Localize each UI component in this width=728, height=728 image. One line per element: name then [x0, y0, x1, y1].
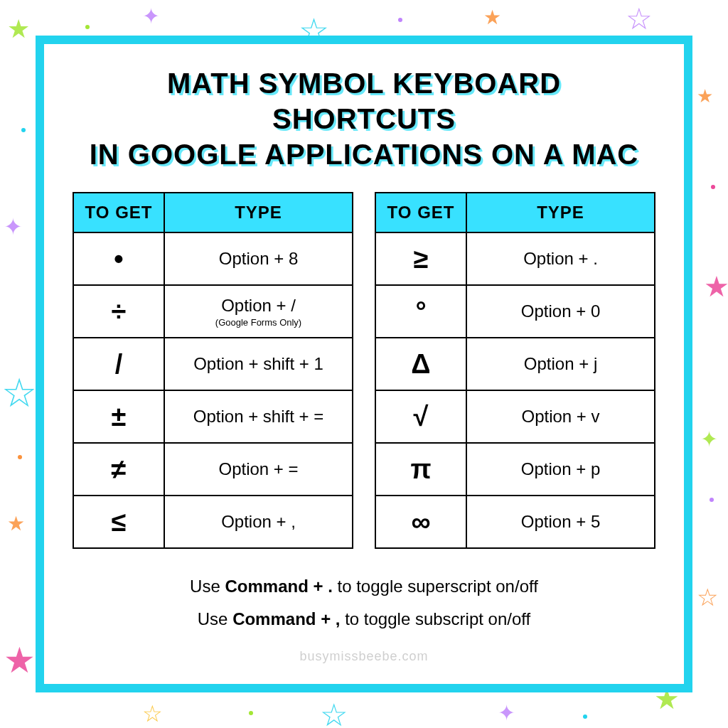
shortcut-cell: Option + p: [466, 443, 655, 496]
shortcut-cell: Option + 5: [466, 496, 655, 548]
info-card: MATH SYMBOL KEYBOARD SHORTCUTS IN GOOGLE…: [36, 36, 692, 692]
shortcut-cell: Option + shift + 1: [164, 338, 353, 390]
symbol-cell: Δ: [375, 338, 466, 390]
shortcut-cell: Option + 8: [164, 232, 353, 285]
symbol-cell: ≤: [73, 496, 164, 548]
table-row: •Option + 8: [73, 232, 353, 285]
symbol-cell: ≠: [73, 443, 164, 496]
shortcut-cell: Option + ,: [164, 496, 353, 548]
symbol-cell: •: [73, 232, 164, 285]
tips-section: Use Command + . to toggle superscript on…: [190, 570, 538, 635]
tables-container: TO GET TYPE •Option + 8÷Option + /(Googl…: [73, 192, 655, 549]
symbol-cell: √: [375, 390, 466, 443]
table-row: √Option + v: [375, 390, 655, 443]
symbol-cell: ≥: [375, 232, 466, 285]
header-to-get: TO GET: [375, 193, 466, 232]
shortcut-table-right: TO GET TYPE ≥Option + .°Option + 0ΔOptio…: [375, 192, 655, 549]
table-row: °Option + 0: [375, 285, 655, 338]
header-type: TYPE: [466, 193, 655, 232]
header-to-get: TO GET: [73, 193, 164, 232]
tip-superscript: Use Command + . to toggle superscript on…: [190, 570, 538, 603]
symbol-cell: ±: [73, 390, 164, 443]
title-line-1: MATH SYMBOL KEYBOARD SHORTCUTS: [167, 68, 561, 134]
shortcut-cell: Option + 0: [466, 285, 655, 338]
table-row: ±Option + shift + =: [73, 390, 353, 443]
page-title: MATH SYMBOL KEYBOARD SHORTCUTS IN GOOGLE…: [73, 65, 655, 172]
shortcut-note: (Google Forms Only): [165, 317, 352, 328]
footer-credit: busymissbeebe.com: [299, 649, 428, 664]
symbol-cell: /: [73, 338, 164, 390]
shortcut-cell: Option + =: [164, 443, 353, 496]
shortcut-cell: Option + j: [466, 338, 655, 390]
shortcut-cell: Option + .: [466, 232, 655, 285]
table-row: ≥Option + .: [375, 232, 655, 285]
table-row: ΔOption + j: [375, 338, 655, 390]
table-row: /Option + shift + 1: [73, 338, 353, 390]
table-row: ≠Option + =: [73, 443, 353, 496]
title-line-2: IN GOOGLE APPLICATIONS ON A MAC: [90, 139, 638, 170]
header-type: TYPE: [164, 193, 353, 232]
symbol-cell: ∞: [375, 496, 466, 548]
shortcut-cell: Option + v: [466, 390, 655, 443]
symbol-cell: ÷: [73, 285, 164, 338]
table-row: ∞Option + 5: [375, 496, 655, 548]
table-row: ÷Option + /(Google Forms Only): [73, 285, 353, 338]
table-row: πOption + p: [375, 443, 655, 496]
table-row: ≤Option + ,: [73, 496, 353, 548]
tip-subscript: Use Command + , to toggle subscript on/o…: [190, 603, 538, 636]
shortcut-table-left: TO GET TYPE •Option + 8÷Option + /(Googl…: [73, 192, 353, 549]
shortcut-cell: Option + shift + =: [164, 390, 353, 443]
symbol-cell: π: [375, 443, 466, 496]
shortcut-cell: Option + /(Google Forms Only): [164, 285, 353, 338]
symbol-cell: °: [375, 285, 466, 338]
